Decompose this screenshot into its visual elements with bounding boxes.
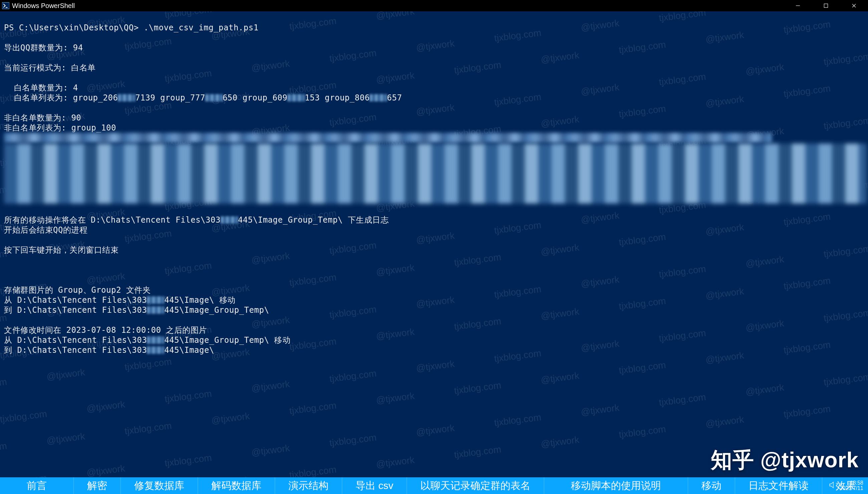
tab-move[interactable]: 移动 xyxy=(688,477,735,494)
out-time-hdr: 文件修改时间在 2023-07-08 12:00:00 之后的图片 xyxy=(4,325,207,335)
tab-chat-tablenames[interactable]: 以聊天记录确定群的表名 xyxy=(407,477,544,494)
powershell-icon xyxy=(2,2,10,10)
redaction xyxy=(287,94,305,101)
minimize-button[interactable] xyxy=(784,0,812,11)
system-tray: 13:58 2023/7/11 xyxy=(828,478,863,493)
tab-export-csv[interactable]: 导出 csv xyxy=(342,477,407,494)
redacted-block: redacted group ids block redacted group … xyxy=(4,144,867,204)
tab-preface[interactable]: 前言 xyxy=(0,477,74,494)
out-to-1: 到 D:\Chats\Tencent Files\303445\Image_Gr… xyxy=(4,305,269,315)
tab-demo-structure[interactable]: 演示结构 xyxy=(275,477,342,494)
out-from-2: 从 D:\Chats\Tencent Files\303445\Image_Gr… xyxy=(4,336,290,345)
terminal-output[interactable]: PS C:\Users\xin\Desktop\QQ> .\move_csv_i… xyxy=(0,11,868,355)
redaction xyxy=(221,216,238,224)
out-from-1: 从 D:\Chats\Tencent Files\303445\Image\ 移… xyxy=(4,296,236,305)
out-log-path: 所有的移动操作将会在 D:\Chats\Tencent Files\303445… xyxy=(4,215,389,225)
tab-decode-db[interactable]: 解码数据库 xyxy=(198,477,275,494)
redaction xyxy=(147,346,164,354)
ps-command: .\move_csv_img_path.ps1 xyxy=(144,23,259,32)
out-wl-list: 白名单列表为: group_2067139 group_777650 group… xyxy=(4,93,402,102)
redaction xyxy=(147,337,164,344)
out-store-hdr: 存储群图片的 Group、Group2 文件夹 xyxy=(4,285,151,295)
out-wl-count: 白名单数量为: 4 xyxy=(4,83,78,93)
tab-repair-db[interactable]: 修复数据库 xyxy=(121,477,198,494)
out-mode: 当前运行模式为: 白名单 xyxy=(4,63,96,72)
bottom-tabbar: 前言 解密 修复数据库 解码数据库 演示结构 导出 csv 以聊天记录确定群的表… xyxy=(0,477,868,494)
close-button[interactable] xyxy=(840,0,868,11)
redaction xyxy=(205,94,223,101)
speaker-icon[interactable] xyxy=(828,481,837,491)
window-titlebar: Windows PowerShell xyxy=(0,0,868,11)
brand-watermark: 知乎 @tjxwork xyxy=(711,445,858,475)
tab-move-script-doc[interactable]: 移动脚本的使用说明 xyxy=(544,477,688,494)
out-export-count: 导出QQ群数量为: 94 xyxy=(4,43,83,52)
tray-clock[interactable]: 13:58 2023/7/11 xyxy=(839,480,863,491)
window-title: Windows PowerShell xyxy=(12,2,75,10)
out-kill-qq: 开始后会结束QQ的进程 xyxy=(4,225,88,235)
out-to-2: 到 D:\Chats\Tencent Files\303445\Image\ xyxy=(4,345,214,355)
ps-prompt: PS C:\Users\xin\Desktop\QQ> xyxy=(4,23,144,32)
tab-decrypt[interactable]: 解密 xyxy=(74,477,121,494)
out-press-enter: 按下回车键开始，关闭窗口结束 xyxy=(4,245,118,255)
redaction xyxy=(147,306,164,314)
tab-log-analysis[interactable]: 日志文件解读 xyxy=(735,477,822,494)
redaction xyxy=(370,94,387,101)
svg-rect-4 xyxy=(824,4,828,8)
maximize-button[interactable] xyxy=(812,0,840,11)
window-controls xyxy=(784,0,868,11)
out-nonwl-count: 非白名单数量为: 90 xyxy=(4,113,81,122)
redaction xyxy=(118,94,135,101)
redaction xyxy=(147,297,164,304)
out-nonwl-list: 非白名单列表为: group_100xxxxxxxxxxxxxxxxxxxxxx… xyxy=(4,123,772,142)
